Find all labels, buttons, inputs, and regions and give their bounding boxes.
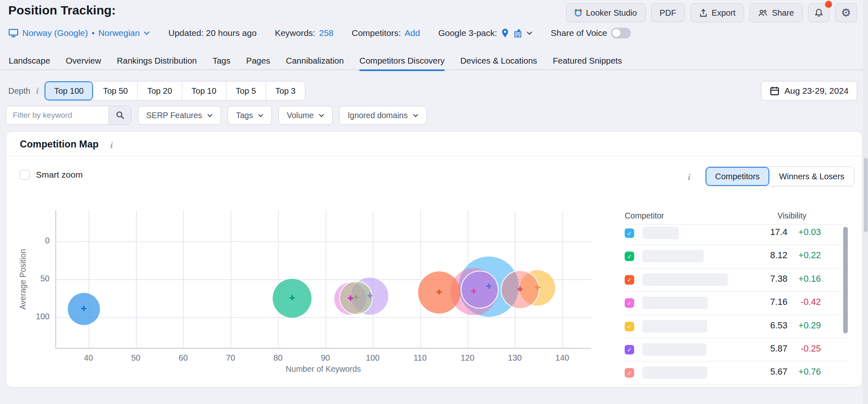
depth-option-top-10[interactable]: Top 10	[182, 81, 226, 100]
campaign-subheader: Norway (Google) • Norwegian Updated: 20 …	[8, 26, 631, 40]
chevron-down-icon	[258, 114, 264, 117]
chevron-down-icon	[413, 114, 419, 117]
campaign-separator: •	[92, 28, 95, 38]
competitor-row[interactable]: ✓5.87-0.25	[625, 338, 849, 361]
competition-map-title: Competition Map	[20, 139, 99, 150]
competitor-checkbox[interactable]: ✓	[625, 275, 634, 285]
notifications-button[interactable]	[808, 3, 830, 22]
competitor-name-redacted	[642, 366, 707, 379]
competitors-add: Competitors: Add	[352, 28, 420, 38]
smart-zoom-control[interactable]: Smart zoom	[20, 170, 83, 180]
depth-option-top-50[interactable]: Top 50	[93, 81, 138, 100]
keywords-count: Keywords: 258	[275, 28, 333, 38]
tab-devices-locations[interactable]: Devices & Locations	[460, 52, 537, 70]
bubble-center-marker: ✚	[535, 284, 540, 291]
competitor-checkbox[interactable]: ✓	[625, 228, 634, 238]
competitors-add-link[interactable]: Add	[404, 28, 420, 38]
share-of-voice-toggle[interactable]	[611, 28, 631, 38]
share-of-voice: Share of Voice	[551, 28, 631, 38]
y-tick-label: 0	[21, 236, 50, 245]
page-scrollbar-thumb[interactable]	[864, 158, 868, 232]
search-button[interactable]	[109, 106, 131, 124]
chevron-down-icon[interactable]	[526, 31, 533, 35]
filter-tags[interactable]: Tags	[228, 106, 272, 125]
campaign-selector[interactable]: Norway (Google) • Norwegian	[8, 28, 150, 38]
tab-overview[interactable]: Overview	[66, 52, 101, 70]
depth-option-top-5[interactable]: Top 5	[226, 81, 266, 100]
monitor-icon	[8, 29, 19, 38]
row-divider	[625, 385, 849, 385]
competitor-row[interactable]: ✓7.16-0.42	[625, 291, 849, 314]
competitor-row[interactable]: ✓7.38+0.16	[625, 268, 849, 291]
competitor-checkbox[interactable]: ✓	[625, 322, 634, 331]
page-scrollbar[interactable]	[863, 0, 868, 404]
share-of-voice-label: Share of Voice	[551, 28, 607, 38]
depth-info-icon[interactable]: i	[36, 86, 38, 96]
bell-icon	[814, 8, 823, 17]
export-label: Export	[712, 8, 736, 18]
x-tick-label: 110	[406, 353, 435, 363]
competitor-checkbox[interactable]: ✓	[625, 298, 634, 308]
depth-option-top-3[interactable]: Top 3	[266, 81, 305, 100]
filters-row: SERP FeaturesTagsVolumeIgnored domains	[6, 106, 427, 125]
share-button[interactable]: Share	[749, 3, 802, 22]
export-button[interactable]: Export	[690, 3, 744, 22]
depth-option-top-100[interactable]: Top 100	[45, 81, 93, 100]
filter-label: Tags	[236, 111, 253, 120]
filter-serp-features[interactable]: SERP Features	[138, 106, 221, 125]
filter-ignored-domains[interactable]: Ignored domains	[339, 106, 426, 125]
x-tick-label: 40	[74, 353, 103, 363]
y-gridline	[55, 317, 591, 318]
tab-competitors-discovery[interactable]: Competitors Discovery	[359, 52, 445, 70]
filter-volume[interactable]: Volume	[278, 106, 333, 125]
competitor-row[interactable]: ✓5.67+0.76	[625, 361, 849, 384]
smart-zoom-label: Smart zoom	[36, 170, 83, 180]
location-pin-icon[interactable]	[501, 28, 509, 38]
tab-landscape[interactable]: Landscape	[9, 52, 50, 70]
tab-tags[interactable]: Tags	[212, 52, 230, 70]
keywords-value-link[interactable]: 258	[319, 28, 333, 38]
view-toggle-info-icon[interactable]: i	[688, 172, 690, 183]
pdf-label: PDF	[660, 8, 676, 18]
search-icon	[116, 111, 125, 120]
card-divider	[6, 156, 862, 156]
bubble-center-marker: ✚	[367, 292, 373, 299]
settings-button[interactable]: ⚙	[835, 3, 857, 22]
view-competitors[interactable]: Competitors	[706, 167, 770, 186]
competitor-row[interactable]: ✓17.4+0.03	[625, 221, 849, 245]
gear-icon: ⚙	[841, 7, 851, 19]
chevron-down-icon	[319, 114, 324, 117]
tab-cannibalization[interactable]: Cannibalization	[286, 52, 344, 70]
keyword-filter-input[interactable]	[6, 106, 109, 124]
y-axis-line	[55, 210, 56, 348]
x-tick-label: 130	[500, 353, 529, 363]
competitor-bubble[interactable]	[461, 271, 499, 309]
date-range-picker[interactable]: Aug 23-29, 2024	[761, 81, 857, 101]
page-title: Position Tracking:	[8, 3, 116, 17]
share-users-icon	[758, 9, 768, 17]
tab-pages[interactable]: Pages	[246, 52, 270, 70]
smart-zoom-checkbox[interactable]	[20, 170, 30, 180]
visibility-change: +0.22	[767, 250, 821, 261]
competitor-checkbox[interactable]: ✓	[625, 252, 634, 261]
tab-rankings-distribution[interactable]: Rankings Distribution	[117, 52, 197, 70]
x-axis-line	[55, 348, 591, 349]
competitor-checkbox[interactable]: ✓	[625, 345, 634, 354]
depth-option-top-20[interactable]: Top 20	[138, 81, 182, 100]
tab-featured-snippets[interactable]: Featured Snippets	[553, 52, 622, 70]
chevron-down-icon	[143, 31, 150, 35]
view-winners-losers[interactable]: Winners & Losers	[770, 167, 854, 186]
pdf-button[interactable]: PDF	[651, 3, 685, 22]
bubble-center-marker: ✚	[486, 283, 492, 290]
date-range-label: Aug 23-29, 2024	[785, 86, 849, 96]
competitor-row[interactable]: ✓8.12+0.22	[625, 245, 849, 268]
looker-studio-button[interactable]: Looker Studio	[566, 3, 645, 22]
competition-map-info-icon[interactable]: i	[110, 140, 113, 151]
filter-label: SERP Features	[146, 111, 202, 120]
table-scrollbar[interactable]	[843, 227, 848, 333]
competitor-row[interactable]: ✓6.53+0.29	[625, 315, 849, 338]
y-gridline	[55, 241, 591, 242]
business-building-icon[interactable]	[513, 29, 523, 38]
competitor-checkbox[interactable]: ✓	[625, 368, 634, 378]
filter-dropdowns: SERP FeaturesTagsVolumeIgnored domains	[138, 106, 427, 125]
